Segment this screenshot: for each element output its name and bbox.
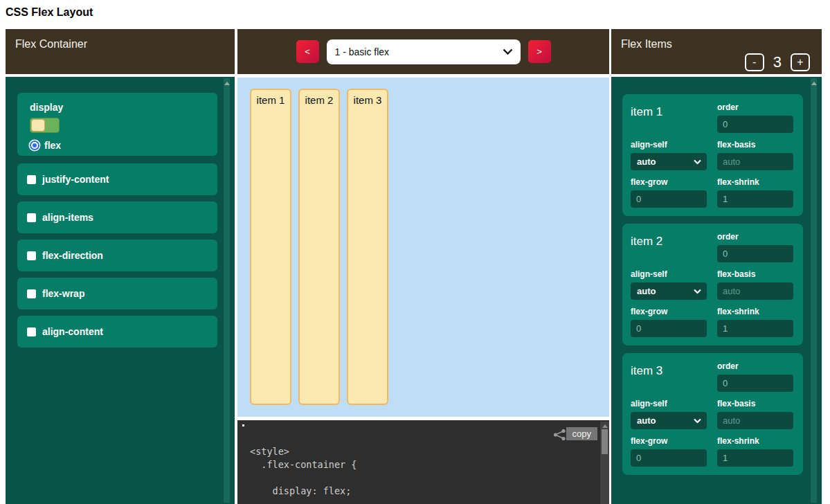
- align-self-label: align-self: [631, 399, 707, 408]
- item-2-flex-basis-input[interactable]: [717, 282, 793, 300]
- display-toggle-knob: [31, 119, 45, 132]
- item-1-flex-grow-input[interactable]: [631, 190, 707, 208]
- right-panel-scrollbar[interactable]: [811, 78, 817, 503]
- preview-panel: < 1 - basic flex > item 1 item 2 item 3 …: [237, 29, 609, 504]
- code-cursor-dot: [242, 424, 244, 426]
- item-1-order-input[interactable]: [717, 116, 793, 133]
- display-toggle[interactable]: [30, 118, 60, 133]
- flex-items-panel: Flex Items - 3 + item 1 order: [611, 29, 822, 504]
- flex-wrap-label: flex-wrap: [42, 288, 84, 299]
- flex-demo-container: item 1 item 2 item 3: [237, 78, 609, 417]
- property-card-align-items[interactable]: align-items: [17, 201, 217, 233]
- align-content-label: align-content: [42, 326, 103, 337]
- flex-grow-label: flex-grow: [631, 177, 707, 187]
- remove-item-button[interactable]: -: [745, 53, 764, 71]
- code-scrollbar-thumb[interactable]: [602, 429, 608, 454]
- flex-basis-label: flex-basis: [717, 269, 793, 279]
- flex-container-panel: Flex Container display flex justify-cont…: [6, 29, 235, 504]
- flex-container-scroll-area: display flex justify-content align-item: [6, 77, 235, 348]
- item-3-flex-basis-input[interactable]: [717, 412, 793, 429]
- flex-container-body: display flex justify-content align-item: [6, 77, 235, 504]
- share-icon[interactable]: [553, 429, 566, 441]
- flex-radio-label: flex: [44, 140, 61, 151]
- example-nav-bar: < 1 - basic flex >: [237, 29, 609, 74]
- justify-content-label: justify-content: [42, 174, 109, 185]
- flex-shrink-label: flex-shrink: [717, 436, 793, 446]
- display-flex-option: flex: [30, 140, 217, 151]
- property-card-flex-direction[interactable]: flex-direction: [17, 240, 217, 271]
- item-2-order-input[interactable]: [717, 245, 793, 262]
- flex-grow-label: flex-grow: [631, 436, 707, 446]
- example-select[interactable]: 1 - basic flex: [327, 39, 521, 64]
- item-count-controls: - 3 +: [745, 53, 810, 71]
- scroll-up-arrow-icon: [811, 82, 817, 85]
- flex-shrink-label: flex-shrink: [717, 307, 793, 316]
- flex-items-header: Flex Items - 3 +: [611, 29, 822, 74]
- flex-items-title: Flex Items: [621, 38, 672, 51]
- item-2-flex-shrink-input[interactable]: [717, 320, 793, 337]
- item-card-3: item 3 order align-self auto: [622, 353, 803, 475]
- left-panel-scrollbar[interactable]: [224, 78, 230, 503]
- item-1-flex-basis-input[interactable]: [717, 153, 793, 170]
- copy-code-button[interactable]: copy: [566, 427, 597, 440]
- property-card-justify-content[interactable]: justify-content: [17, 163, 217, 195]
- code-block: <style> .flex-container { display: flex;…: [237, 420, 609, 504]
- demo-item-2: item 2: [298, 89, 340, 405]
- example-select-wrap: 1 - basic flex: [327, 39, 521, 64]
- item-card-2: item 2 order align-self auto: [622, 224, 803, 345]
- code-scroll-up-arrow-icon: [602, 424, 608, 428]
- scroll-up-arrow-icon: [224, 82, 230, 85]
- add-item-button[interactable]: +: [791, 53, 810, 71]
- item-2-name: item 2: [631, 232, 707, 262]
- demo-item-3: item 3: [347, 89, 388, 405]
- item-3-name: item 3: [631, 361, 707, 392]
- flex-grow-label: flex-grow: [631, 307, 707, 316]
- flex-direction-checkbox[interactable]: [27, 251, 36, 260]
- demo-item-1: item 1: [250, 89, 291, 405]
- flex-container-title: Flex Container: [15, 38, 87, 51]
- align-items-label: align-items: [42, 212, 93, 223]
- align-items-checkbox[interactable]: [27, 213, 36, 222]
- generated-css-code: <style> .flex-container { display: flex;: [250, 445, 357, 498]
- flex-container-header: Flex Container: [6, 29, 235, 74]
- align-self-label: align-self: [631, 140, 707, 150]
- item-3-flex-shrink-input[interactable]: [717, 449, 793, 467]
- app: CSS Flex Layout Flex Container display f…: [0, 0, 830, 504]
- item-1-align-self-select[interactable]: auto: [631, 153, 707, 170]
- align-self-label: align-self: [631, 269, 707, 279]
- page-title: CSS Flex Layout: [6, 6, 93, 19]
- flex-radio[interactable]: [30, 141, 39, 150]
- display-label: display: [30, 102, 217, 113]
- item-3-order-input[interactable]: [717, 375, 793, 392]
- order-label: order: [717, 102, 793, 112]
- flex-items-body: item 1 order align-self auto: [611, 77, 822, 504]
- flex-basis-label: flex-basis: [717, 140, 793, 150]
- item-card-1: item 1 order align-self auto: [622, 94, 803, 216]
- order-label: order: [717, 361, 793, 371]
- property-card-align-content[interactable]: align-content: [17, 316, 217, 348]
- flex-shrink-label: flex-shrink: [717, 177, 793, 187]
- item-1-flex-shrink-input[interactable]: [717, 190, 793, 208]
- display-property-card: display flex: [17, 93, 217, 156]
- next-example-button[interactable]: >: [528, 40, 551, 63]
- order-label: order: [717, 232, 793, 242]
- align-content-checkbox[interactable]: [27, 327, 36, 336]
- prev-example-button[interactable]: <: [296, 40, 319, 63]
- flex-items-scroll-area: item 1 order align-self auto: [611, 77, 822, 475]
- item-3-flex-grow-input[interactable]: [631, 449, 707, 467]
- flex-wrap-checkbox[interactable]: [27, 289, 36, 298]
- justify-content-checkbox[interactable]: [27, 175, 36, 184]
- item-1-name: item 1: [631, 102, 707, 133]
- item-count: 3: [773, 53, 782, 71]
- item-2-flex-grow-input[interactable]: [631, 320, 707, 337]
- flex-direction-label: flex-direction: [42, 250, 103, 261]
- property-card-flex-wrap[interactable]: flex-wrap: [17, 278, 217, 309]
- flex-basis-label: flex-basis: [717, 399, 793, 408]
- item-2-align-self-select[interactable]: auto: [631, 282, 707, 300]
- code-scrollbar[interactable]: [600, 422, 609, 504]
- item-3-align-self-select[interactable]: auto: [631, 412, 707, 429]
